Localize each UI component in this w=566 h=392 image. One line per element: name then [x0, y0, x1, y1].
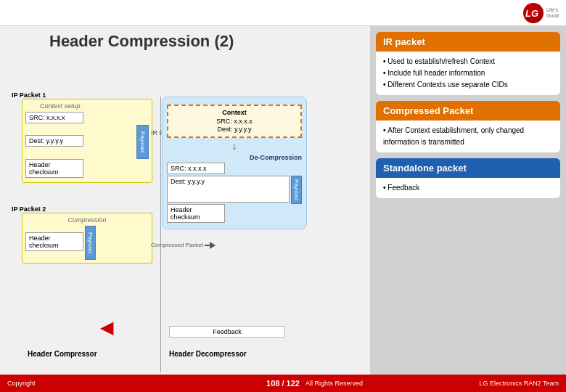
context-dest: Dest: y.y.y.y: [174, 126, 295, 133]
main-content: Header Compression (2) IP Packet 1 Conte…: [0, 26, 566, 392]
dest-payload-row: Dest: y.y.y.y Payload: [25, 125, 149, 159]
svg-text:LG: LG: [525, 8, 538, 18]
compressed-packet-card-header: Compressed Packet: [376, 101, 560, 121]
feedback-arrow-icon: ◀: [100, 317, 113, 338]
vertical-separator: [160, 97, 161, 372]
compressed-packet-card: Compressed Packet After Context establis…: [376, 101, 560, 152]
dest-box-1: Dest: y.y.y.y: [25, 135, 135, 148]
compression-label: Compression: [25, 216, 149, 224]
compressed-arrow-area: Compressed Packet: [151, 242, 215, 248]
decomp-src: SRC: x.x.x.x: [167, 163, 225, 174]
context-setup-label: Context setup: [40, 102, 149, 110]
copyright-label: Copyright: [7, 380, 36, 387]
right-panel: IR packet Used to establish/refresh Cont…: [370, 26, 566, 392]
context-title-label: Context: [174, 109, 295, 116]
lg-circle-icon: LG: [523, 3, 544, 23]
network-ir-area: Context SRC: x.x.x.x Dest: y.y.y.y ↓ De-…: [162, 97, 307, 229]
decomp-dest: Dest: y.y.y.y: [167, 176, 290, 203]
context-setup-area: Context setup SRC: x.x.x.x Dest: y.y.y.y…: [22, 99, 152, 183]
ir-packet-card-header: IR packet: [376, 32, 560, 52]
compression-area: Compression Header checksum Payload: [22, 213, 152, 264]
dest-field-1: Dest: y.y.y.y: [25, 135, 83, 147]
standalone-packet-card: Standalone packet Feedback: [376, 158, 560, 198]
context-box: Context SRC: x.x.x.x Dest: y.y.y.y: [167, 105, 302, 138]
comp-header-checksum: Header checksum: [25, 232, 83, 251]
compressed-packet-card-body: After Context establishment, only change…: [376, 121, 560, 152]
ir-packet-list: Used to establish/refresh Context Includ…: [383, 56, 553, 91]
down-arrow-1: ↓: [167, 140, 302, 152]
diagram-wrapper: IP Packet 1 Context setup SRC: x.x.x.x D…: [6, 57, 364, 387]
diagram-area: Header Compression (2) IP Packet 1 Conte…: [0, 26, 370, 392]
decomp-dest-payload: Dest: y.y.y.y Payload: [167, 176, 302, 204]
ip-packet-1-label: IP Packet 1: [12, 91, 46, 99]
feedback-label: Feedback: [213, 328, 242, 335]
payload-box-2: Payload: [291, 176, 302, 204]
ir-bullet-3: Different Contexts use separate CIDs: [383, 79, 553, 91]
standalone-packet-card-body: Feedback: [376, 178, 560, 198]
footer-left: Copyright All Rights Reserved: [0, 375, 370, 392]
comp-row: Header checksum Payload: [25, 226, 149, 260]
company-label: LG Electronics RAN2 Team: [480, 380, 559, 387]
lg-tagline: Life'sGood: [546, 7, 559, 18]
header-decompressor-label: Header Decompressor: [169, 350, 247, 358]
comp-packet-box: Header checksum: [25, 232, 83, 253]
standalone-packet-card-header: Standalone packet: [376, 158, 560, 178]
arrow-head-comp: [210, 242, 216, 249]
rights-label: All Rights Reserved: [305, 380, 363, 387]
ip-packet-2-label: IP Packet 2: [12, 205, 46, 213]
ir-packet-card: IR packet Used to establish/refresh Cont…: [376, 32, 560, 95]
payload-box-1: Payload: [136, 125, 149, 159]
compressed-bullet-1: After Context establishment, only change…: [383, 125, 553, 148]
context-src: SRC: x.x.x.x: [174, 118, 295, 125]
header-checksum-1: Header checksum: [25, 159, 83, 178]
compressed-packet-list: After Context establishment, only change…: [383, 125, 553, 148]
ir-packet-card-body: Used to establish/refresh Context Includ…: [376, 52, 560, 95]
payload-box-3: Payload: [85, 226, 96, 260]
ir-bullet-2: Include full header information: [383, 68, 553, 79]
page-title: Header Compression (2): [49, 32, 364, 51]
arrow-line-comp: [205, 245, 215, 246]
footer-right: LG Electronics RAN2 Team: [370, 375, 566, 392]
feedback-box: Feedback: [169, 326, 285, 338]
page-number: 108 / 122: [266, 375, 300, 392]
compressed-packet-arrow-label: Compressed Packet: [151, 242, 203, 248]
decompression-label: De-Compression: [167, 154, 302, 161]
header-compressor-label: Header Compressor: [28, 350, 97, 358]
ir-bullet-1: Used to establish/refresh Context: [383, 56, 553, 68]
top-bar: LG Life'sGood: [0, 0, 566, 26]
standalone-list: Feedback: [383, 182, 553, 194]
decomp-header-checksum: Header checksum: [167, 204, 225, 223]
lg-logo: LG Life'sGood: [523, 3, 559, 23]
src-box-1: SRC: x.x.x.x: [25, 112, 83, 123]
standalone-bullet-1: Feedback: [383, 182, 553, 194]
